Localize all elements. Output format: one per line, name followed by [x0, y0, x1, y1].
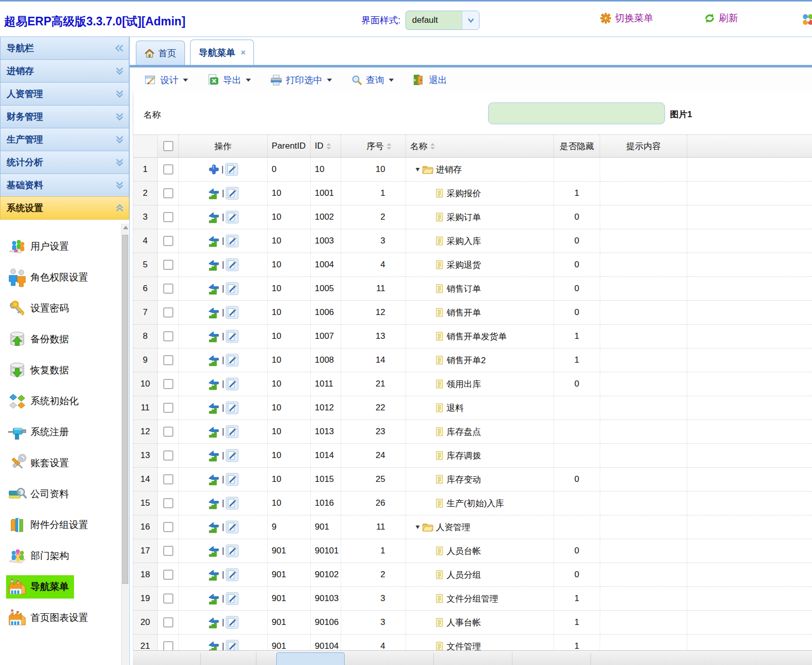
node-label[interactable]: 销售开单: [447, 307, 481, 319]
move-icon[interactable]: [207, 377, 220, 391]
sidebar-item-1[interactable]: 用户设置: [0, 231, 121, 262]
edit-icon[interactable]: [226, 330, 239, 343]
toolbar-button-5[interactable]: 退出: [413, 74, 447, 86]
move-icon[interactable]: [207, 497, 220, 510]
row-checkbox[interactable]: [163, 641, 173, 651]
sidebar-accordion-item-2[interactable]: 进销存: [0, 59, 129, 83]
scrollbar-thumb[interactable]: [122, 235, 128, 584]
move-icon[interactable]: [207, 592, 220, 605]
move-icon[interactable]: [207, 520, 220, 534]
sidebar-item-7[interactable]: 系统注册: [0, 416, 121, 447]
row-checkbox[interactable]: [163, 474, 173, 484]
node-label[interactable]: 领用出库: [447, 378, 481, 390]
node-label[interactable]: 销售订单: [447, 283, 481, 295]
pager-page-cell[interactable]: [276, 652, 345, 665]
sidebar-item-5[interactable]: 恢复数据: [0, 355, 121, 386]
toolbar-button-3[interactable]: 打印选中: [270, 74, 332, 86]
edit-icon[interactable]: [226, 377, 239, 391]
sidebar-item-6[interactable]: 系统初始化: [0, 386, 121, 416]
pagination-bar[interactable]: [133, 650, 812, 665]
row-checkbox[interactable]: [163, 188, 173, 198]
edit-icon[interactable]: [226, 306, 239, 319]
edit-icon[interactable]: [226, 520, 239, 534]
move-icon[interactable]: [207, 425, 220, 438]
node-label[interactable]: 采购报价: [447, 188, 481, 199]
sidebar-item-9[interactable]: 公司资料: [0, 478, 121, 509]
move-icon[interactable]: [207, 354, 220, 367]
sort-icon[interactable]: [326, 143, 331, 150]
header-parentid[interactable]: ParentID: [268, 135, 311, 157]
node-label[interactable]: 退料: [447, 402, 464, 414]
edit-icon[interactable]: [226, 449, 239, 462]
add-icon[interactable]: [208, 163, 220, 176]
row-checkbox[interactable]: [163, 522, 173, 532]
edit-icon[interactable]: [225, 163, 238, 176]
edit-icon[interactable]: [226, 354, 239, 367]
sidebar-item-3[interactable]: 设置密码: [0, 293, 121, 324]
move-icon[interactable]: [207, 449, 220, 462]
sidebar-accordion-item-1[interactable]: 导航栏: [0, 37, 129, 60]
style-select[interactable]: default: [405, 11, 479, 30]
move-icon[interactable]: [207, 330, 220, 343]
row-checkbox[interactable]: [163, 570, 173, 580]
row-checkbox[interactable]: [163, 593, 173, 604]
row-checkbox[interactable]: [163, 236, 173, 246]
row-checkbox[interactable]: [163, 212, 173, 222]
move-icon[interactable]: [207, 187, 220, 200]
move-icon[interactable]: [207, 234, 220, 248]
sidebar-scrollbar[interactable]: [121, 224, 129, 665]
sort-icon[interactable]: [387, 143, 391, 150]
sidebar-accordion-item-3[interactable]: 人资管理: [0, 82, 129, 106]
toolbar-button-4[interactable]: 查询: [351, 74, 394, 86]
row-checkbox[interactable]: [163, 164, 173, 174]
edit-icon[interactable]: [226, 187, 239, 200]
node-label[interactable]: 人员分组: [447, 569, 481, 581]
row-checkbox[interactable]: [163, 379, 173, 389]
sort-icon[interactable]: [430, 143, 435, 150]
refresh-button[interactable]: 刷新: [704, 12, 738, 25]
row-checkbox[interactable]: [163, 498, 173, 508]
node-label[interactable]: 销售开单发货单: [447, 331, 507, 342]
sidebar-item-2[interactable]: 角色权限设置: [0, 262, 121, 293]
node-label[interactable]: 进销存: [436, 164, 462, 176]
header-operation[interactable]: 操作: [179, 135, 268, 157]
row-checkbox[interactable]: [163, 617, 173, 627]
move-icon[interactable]: [207, 473, 220, 486]
node-label[interactable]: 人事台帐: [447, 617, 481, 628]
sidebar-accordion-item-8[interactable]: 系统设置: [0, 196, 129, 220]
edit-icon[interactable]: [226, 616, 239, 629]
move-icon[interactable]: [207, 306, 220, 319]
select-all-checkbox[interactable]: [163, 141, 173, 151]
row-checkbox[interactable]: [163, 355, 173, 365]
edit-icon[interactable]: [226, 234, 239, 248]
edit-icon[interactable]: [226, 473, 239, 486]
node-label[interactable]: 库存调拨: [447, 450, 481, 462]
sidebar-item-13[interactable]: 首页图表设置: [0, 602, 121, 633]
node-label[interactable]: 采购退货: [447, 259, 481, 271]
node-label[interactable]: 采购订单: [447, 212, 481, 223]
edit-icon[interactable]: [226, 497, 239, 510]
header-id[interactable]: ID: [311, 135, 341, 157]
toolbar-button-1[interactable]: 设计: [144, 74, 188, 86]
community-icon[interactable]: [800, 12, 812, 28]
move-icon[interactable]: [207, 616, 220, 629]
row-checkbox[interactable]: [163, 403, 173, 413]
node-label[interactable]: 生产(初始)入库: [447, 498, 504, 509]
sidebar-accordion-item-6[interactable]: 统计分析: [0, 151, 129, 174]
sidebar-accordion-item-4[interactable]: 财务管理: [0, 105, 129, 128]
node-label[interactable]: 采购入库: [447, 235, 481, 247]
node-label[interactable]: 库存盘点: [447, 426, 481, 438]
node-label[interactable]: 销售开单2: [447, 355, 486, 366]
edit-icon[interactable]: [226, 258, 239, 271]
edit-icon[interactable]: [226, 211, 239, 224]
header-name[interactable]: 名称: [406, 135, 554, 157]
tab-active[interactable]: 导航菜单 ×: [190, 40, 254, 65]
row-checkbox[interactable]: [163, 427, 173, 437]
move-icon[interactable]: [207, 568, 220, 581]
chevron-down-icon[interactable]: [462, 11, 479, 29]
scroll-up-arrow-icon[interactable]: [123, 226, 128, 229]
move-icon[interactable]: [207, 282, 220, 295]
tab[interactable]: 首页: [136, 41, 185, 65]
row-checkbox[interactable]: [163, 260, 173, 270]
sidebar-accordion-item-7[interactable]: 基础资料: [0, 173, 129, 197]
